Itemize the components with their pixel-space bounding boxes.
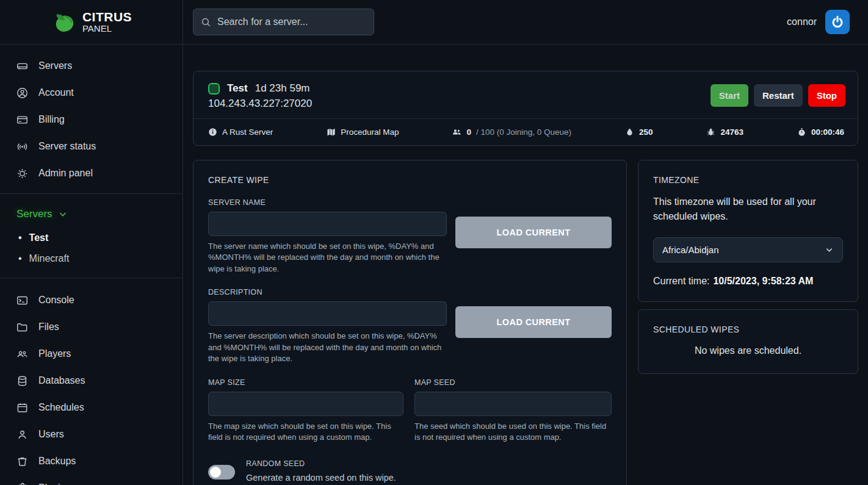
sidebar-item-server-status[interactable]: Server status [0, 133, 183, 160]
map-seed-input[interactable] [414, 392, 612, 416]
sidebar-item-label: Servers [38, 60, 72, 71]
stat-map: Procedural Map [327, 128, 399, 137]
create-wipe-card: CREATE WIPE SERVER NAME The server name … [193, 160, 627, 485]
sidebar-item-label: Players [38, 348, 71, 359]
sidebar-item-label: Schedules [38, 402, 84, 413]
trash-icon [16, 456, 28, 467]
stat-players: 0 / 100 (0 Joining, 0 Queue) [452, 128, 571, 137]
sidebar-item-backups[interactable]: Backups [0, 448, 183, 475]
servers-group-toggle[interactable]: Servers [0, 201, 183, 228]
server-list-item-test[interactable]: • Test [0, 228, 183, 248]
map-seed-help: The seed which should be used on this wi… [414, 421, 612, 444]
load-current-description-button[interactable]: LOAD CURRENT [455, 306, 612, 338]
map-seed-label: MAP SEED [414, 378, 612, 387]
sidebar-divider [0, 278, 183, 278]
current-time-value: 10/5/2023, 9:58:23 AM [713, 276, 813, 286]
map-size-label: MAP SIZE [208, 378, 403, 387]
map-icon [327, 128, 336, 137]
toggle-knob [210, 467, 221, 478]
server-stats-row: A Rust Server Procedural Map [193, 118, 858, 145]
server-list-item-minecraft[interactable]: • Minecraft [0, 248, 183, 269]
credit-card-icon [16, 114, 28, 126]
hdd-icon [16, 60, 28, 72]
server-search[interactable] [193, 9, 374, 35]
topbar-user-area: connor [787, 10, 850, 34]
sidebar-item-account[interactable]: Account [0, 79, 183, 106]
brand-sub: PANEL [82, 24, 132, 34]
sidebar-divider [0, 193, 183, 194]
start-button[interactable]: Start [711, 84, 748, 107]
bug-icon [706, 128, 715, 137]
server-overview-card: Test 1d 23h 59m 104.243.43.227:27020 Sta… [193, 71, 858, 146]
logo[interactable]: CITRUS PANEL [0, 0, 183, 45]
map-size-help: The map size which should be set on this… [208, 421, 403, 444]
stat-entities: 24763 [706, 128, 743, 137]
description-input[interactable] [208, 301, 447, 326]
chevron-down-icon [825, 245, 834, 254]
load-current-name-button[interactable]: LOAD CURRENT [455, 217, 612, 248]
stat-server-type: A Rust Server [208, 128, 273, 137]
chevron-down-icon [58, 209, 68, 219]
sidebar-item-users[interactable]: Users [0, 421, 183, 448]
timezone-selected-value: Africa/Abidjan [662, 245, 719, 255]
database-icon [16, 375, 28, 387]
gear-icon [16, 168, 28, 179]
map-size-input[interactable] [208, 392, 403, 416]
terminal-icon [16, 295, 28, 306]
random-seed-toggle[interactable] [208, 465, 235, 480]
sidebar-item-servers[interactable]: Servers [0, 52, 183, 79]
stop-button[interactable]: Stop [808, 84, 845, 107]
timezone-description: This timezone will be used for all your … [653, 195, 843, 224]
brand-name: CITRUS [82, 10, 132, 24]
flame-icon [625, 128, 634, 137]
broadcast-icon [16, 141, 28, 153]
random-seed-help: Generate a random seed on this wipe. [246, 473, 396, 483]
sidebar-item-plugins[interactable]: Plugins [0, 475, 183, 485]
sidebar-item-label: Plugins [38, 483, 70, 485]
create-wipe-title: CREATE WIPE [208, 175, 612, 185]
sidebar: CITRUS PANEL Servers Acco [0, 0, 183, 485]
info-icon [208, 128, 217, 137]
search-input[interactable] [217, 16, 366, 27]
sidebar-item-label: Databases [38, 375, 85, 386]
people-icon [16, 348, 28, 360]
sidebar-item-billing[interactable]: Billing [0, 106, 183, 133]
sidebar-item-label: Billing [38, 114, 65, 125]
calendar-icon [16, 402, 28, 414]
server-address: 104.243.43.227:27020 [208, 98, 312, 110]
scheduled-wipes-empty: No wipes are scheduled. [653, 345, 843, 359]
bullet-icon: • [18, 253, 22, 264]
sidebar-item-schedules[interactable]: Schedules [0, 394, 183, 421]
servers-group-label: Servers [16, 208, 52, 220]
description-help: The server description which should be s… [208, 331, 447, 364]
search-icon [201, 17, 211, 27]
scheduled-wipes-card: SCHEDULED WIPES No wipes are scheduled. [638, 309, 858, 374]
sidebar-item-label: Files [38, 322, 59, 332]
sidebar-item-label: Admin panel [38, 168, 93, 179]
description-label: DESCRIPTION [208, 288, 612, 296]
user-avatar[interactable] [825, 10, 850, 34]
sidebar-item-label: Server status [38, 141, 96, 152]
sidebar-item-admin-panel[interactable]: Admin panel [0, 160, 183, 187]
sidebar-item-console[interactable]: Console [0, 287, 183, 314]
scheduled-wipes-title: SCHEDULED WIPES [653, 325, 843, 334]
restart-button[interactable]: Restart [754, 84, 803, 107]
server-status-indicator [208, 83, 220, 95]
sidebar-item-label: Backups [38, 456, 76, 467]
stat-timer: 00:00:46 [797, 128, 844, 137]
stopwatch-icon [797, 128, 806, 137]
server-list-item-label: Minecraft [29, 253, 70, 264]
current-time-label: Current time: [653, 276, 709, 286]
lime-icon [51, 9, 76, 35]
server-list-item-label: Test [29, 232, 49, 243]
timezone-card: TIMEZONE This timezone will be used for … [638, 160, 858, 302]
sidebar-item-label: Account [38, 87, 74, 98]
sidebar-item-players[interactable]: Players [0, 340, 183, 367]
person-circle-icon [16, 87, 28, 99]
sidebar-item-label: Console [38, 295, 74, 306]
server-name-input[interactable] [208, 212, 447, 236]
timezone-select[interactable]: Africa/Abidjan [653, 237, 843, 262]
timezone-title: TIMEZONE [653, 175, 843, 185]
sidebar-item-files[interactable]: Files [0, 314, 183, 340]
sidebar-item-databases[interactable]: Databases [0, 367, 183, 394]
